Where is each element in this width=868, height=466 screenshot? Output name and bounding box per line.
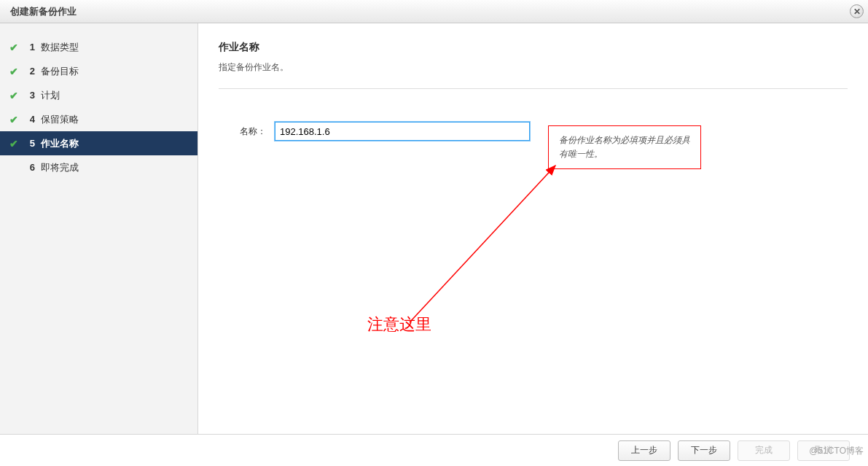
close-button[interactable]: ✕ <box>850 4 864 18</box>
divider <box>219 88 848 89</box>
step-label: 作业名称 <box>41 137 79 150</box>
next-button[interactable]: 下一步 <box>678 440 730 461</box>
step-backup-target[interactable]: ✔ 2 备份目标 <box>0 59 198 83</box>
titlebar: 创建新备份作业 ✕ <box>0 0 868 23</box>
step-number: 4 <box>20 114 35 125</box>
wizard-sidebar: ✔ 1 数据类型 ✔ 2 备份目标 ✔ 3 计划 ✔ 4 保留策略 ✔ 5 作业… <box>0 23 198 434</box>
step-label: 计划 <box>41 89 60 102</box>
step-label: 数据类型 <box>41 41 79 54</box>
prev-button[interactable]: 上一步 <box>618 440 670 461</box>
finish-button: 完成 <box>738 440 790 461</box>
step-label: 备份目标 <box>41 65 79 78</box>
check-icon: ✔ <box>7 90 20 101</box>
step-retention[interactable]: ✔ 4 保留策略 <box>0 107 198 131</box>
step-number: 6 <box>20 162 35 173</box>
close-icon: ✕ <box>853 7 861 16</box>
step-label: 保留策略 <box>41 113 79 126</box>
name-row: 名称： <box>226 122 848 141</box>
step-number: 5 <box>20 138 35 149</box>
name-input[interactable] <box>275 122 530 141</box>
main-panel: 作业名称 指定备份作业名。 名称： 备份作业名称为必填项并且必须具有唯一性。 注… <box>198 23 868 434</box>
page-subtitle: 指定备份作业名。 <box>219 61 848 74</box>
svg-line-1 <box>410 166 555 322</box>
step-number: 1 <box>20 42 35 53</box>
step-number: 3 <box>20 90 35 101</box>
body-area: ✔ 1 数据类型 ✔ 2 备份目标 ✔ 3 计划 ✔ 4 保留策略 ✔ 5 作业… <box>0 23 868 434</box>
step-job-name[interactable]: ✔ 5 作业名称 <box>0 131 198 155</box>
step-number: 2 <box>20 66 35 77</box>
check-icon: ✔ <box>7 114 20 125</box>
blank-icon <box>7 162 20 174</box>
step-finish[interactable]: 6 即将完成 <box>0 155 198 179</box>
check-icon: ✔ <box>7 138 20 149</box>
page-title: 作业名称 <box>219 41 848 54</box>
name-label: 名称： <box>226 125 266 138</box>
footer: 上一步 下一步 完成 取消 <box>0 434 868 466</box>
hint-text: 备份作业名称为必填项并且必须具有唯一性。 <box>559 135 690 159</box>
window-title: 创建新备份作业 <box>10 5 77 18</box>
hint-box: 备份作业名称为必填项并且必须具有唯一性。 <box>548 125 701 169</box>
step-data-type[interactable]: ✔ 1 数据类型 <box>0 35 198 59</box>
cancel-button: 取消 <box>797 440 850 461</box>
check-icon: ✔ <box>7 66 20 77</box>
annotation-arrow <box>198 23 868 432</box>
check-icon: ✔ <box>7 42 20 53</box>
step-schedule[interactable]: ✔ 3 计划 <box>0 83 198 107</box>
annotation-label: 注意这里 <box>367 314 431 335</box>
step-label: 即将完成 <box>41 161 79 174</box>
